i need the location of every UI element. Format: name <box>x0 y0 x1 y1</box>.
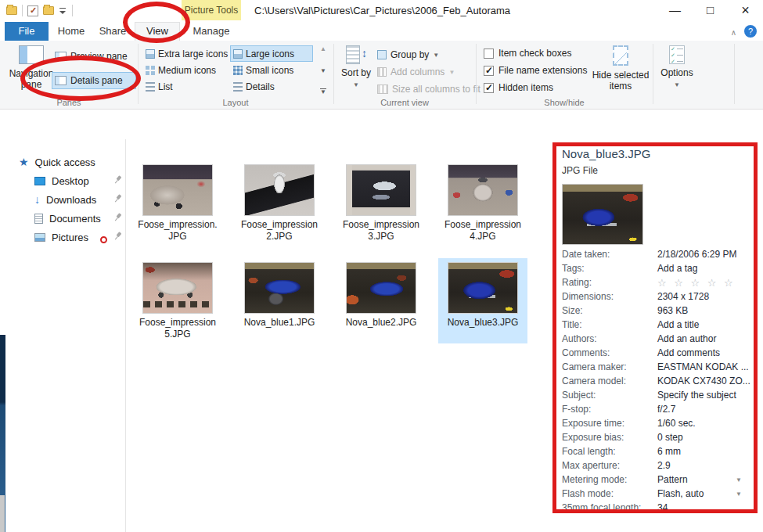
sidebar-item-label: Pictures <box>52 232 88 243</box>
details-file-title: Nova_blue3.JPG <box>562 147 650 160</box>
file-tile-box[interactable]: Foose_impression2.JPG <box>235 160 324 246</box>
file-tile-box[interactable]: Foose_impression3.JPG <box>337 160 426 246</box>
file-thumbnail <box>448 164 518 216</box>
scroll-up-icon[interactable]: ▲ <box>320 45 326 52</box>
metadata-value[interactable]: Pattern <box>657 474 688 485</box>
file-tile-selected[interactable]: Nova_blue3.JPG <box>438 258 527 343</box>
explorer-folder-icon[interactable] <box>6 6 17 15</box>
group-label-panes: Panes <box>0 98 138 107</box>
layout-scrollbar[interactable]: ▲ ▼ ▼ <box>318 45 329 95</box>
details-pane-icon <box>55 76 67 85</box>
metadata-value[interactable]: 1/60 sec. <box>657 418 696 429</box>
sidebar-item-quick-access[interactable]: ★ Quick access <box>19 153 95 171</box>
file-tile[interactable]: Foose_impression3.JPG <box>330 160 432 246</box>
file-tile[interactable]: Foose_impression.JPG <box>127 160 229 246</box>
file-tile-box[interactable]: Foose_impression.JPG <box>133 160 222 246</box>
new-folder-icon[interactable] <box>43 6 54 15</box>
file-thumbnail <box>142 262 213 314</box>
tab-view[interactable]: View <box>135 22 180 41</box>
file-tile-box[interactable]: Nova_blue2.JPG <box>337 258 426 343</box>
preview-pane-button[interactable]: Preview pane <box>55 49 135 64</box>
tab-file[interactable]: File <box>5 22 49 41</box>
help-icon[interactable]: ? <box>744 25 757 38</box>
file-tile-box[interactable]: Foose_impression5.JPG <box>133 258 222 343</box>
layout-item-medium-icons[interactable]: Medium icons <box>142 62 230 78</box>
metadata-value[interactable]: 34 <box>657 502 668 513</box>
layout-item-small-icons[interactable]: Small icons <box>230 62 313 78</box>
size-all-columns-button[interactable]: Size all columns to fit <box>377 81 480 97</box>
metadata-value[interactable]: f/2.7 <box>657 404 675 415</box>
checked-checkbox-icon[interactable] <box>484 83 494 93</box>
minimize-button[interactable]: — <box>657 0 693 22</box>
file-tile[interactable]: Foose_impression4.JPG <box>432 160 534 246</box>
layout-item-details[interactable]: Details <box>230 78 313 95</box>
metadata-value[interactable]: Add comments <box>657 347 720 358</box>
layout-item-label: Extra large icons <box>158 49 228 59</box>
metadata-value[interactable]: Flash, auto <box>657 488 704 499</box>
add-columns-button[interactable]: Add columns ▼ <box>377 64 455 80</box>
checkbox-file-name-extensions[interactable]: File name extensions <box>484 64 587 77</box>
properties-icon[interactable] <box>27 5 38 16</box>
file-tile[interactable]: Foose_impression2.JPG <box>229 160 330 246</box>
group-by-label: Group by <box>390 49 429 60</box>
scroll-down-icon[interactable]: ▼ <box>320 67 326 74</box>
metadata-row: Metering mode:Pattern▼ <box>562 473 743 487</box>
metadata-value[interactable]: Add a tag <box>657 263 697 274</box>
file-tile[interactable]: Foose_impression5.JPG <box>127 258 229 343</box>
metadata-value[interactable]: KODAK CX7430 ZO... <box>657 376 750 386</box>
file-tile-box[interactable]: Foose_impression4.JPG <box>438 160 527 246</box>
metadata-value[interactable]: Add an author <box>657 333 716 344</box>
details-file-type: JPG File <box>562 165 598 176</box>
file-tile[interactable]: Nova_blue3.JPG <box>432 258 534 343</box>
sort-by-icon <box>346 45 360 64</box>
metadata-value[interactable]: 0 step <box>657 432 683 443</box>
tab-share[interactable]: Share <box>92 22 133 41</box>
metadata-value[interactable]: 2304 x 1728 <box>657 291 709 302</box>
file-tile[interactable]: Nova_blue2.JPG <box>330 258 432 343</box>
metadata-label: Size: <box>562 305 657 316</box>
metadata-value[interactable]: 2/18/2006 6:29 PM <box>657 249 736 260</box>
file-tile-box[interactable]: Nova_blue1.JPG <box>235 258 324 343</box>
customize-toolbar-arrow-icon[interactable] <box>59 6 67 16</box>
unchecked-checkbox-icon[interactable] <box>484 49 494 59</box>
group-separator <box>333 44 334 104</box>
hide-selected-items-button[interactable]: Hide selected items <box>588 45 653 103</box>
sidebar-item-pictures[interactable]: Pictures <box>34 228 88 246</box>
sidebar-item-documents[interactable]: Documents <box>34 210 101 227</box>
group-separator <box>734 44 735 104</box>
options-button[interactable]: Options ▼ <box>657 45 696 103</box>
group-by-button[interactable]: Group by ▼ <box>377 47 439 63</box>
tab-manage[interactable]: Manage <box>185 22 238 41</box>
dropdown-arrow-icon[interactable]: ▼ <box>736 491 743 498</box>
navigation-pane-button[interactable]: Navigation pane <box>8 45 55 103</box>
metadata-value[interactable]: 963 KB <box>657 305 688 316</box>
metadata-row: Date taken:2/18/2006 6:29 PM <box>562 247 743 261</box>
rating-stars[interactable]: ☆ ☆ ☆ ☆ ☆ <box>657 277 736 289</box>
checkbox-hidden-items[interactable]: Hidden items <box>484 81 553 94</box>
sort-by-button[interactable]: Sort by ▼ <box>340 45 373 103</box>
file-tile[interactable]: Nova_blue1.JPG <box>229 258 330 343</box>
details-pane-button[interactable]: Details pane <box>52 72 136 89</box>
layout-more-icon[interactable]: ▼ <box>320 88 326 95</box>
checkbox-item-check-boxes[interactable]: Item check boxes <box>484 47 571 59</box>
layout-item-extra-large-icons[interactable]: Extra large icons <box>142 45 230 62</box>
collapse-ribbon-chevron-icon[interactable]: ∧ <box>731 28 736 37</box>
metadata-value[interactable]: Add a title <box>657 319 699 330</box>
group-label-show-hide: Show/hide <box>476 98 653 107</box>
checked-checkbox-icon[interactable] <box>484 66 494 76</box>
metadata-value[interactable]: 2.9 <box>657 460 671 471</box>
metadata-value[interactable]: EASTMAN KODAK ... <box>657 361 749 372</box>
sidebar-item-downloads[interactable]: ↓Downloads <box>34 191 96 208</box>
metadata-label: Camera model: <box>562 376 657 386</box>
metadata-value[interactable]: 6 mm <box>657 446 681 457</box>
sidebar-item-desktop[interactable]: Desktop <box>34 172 89 189</box>
layout-item-large-icons[interactable]: Large icons <box>230 45 313 62</box>
metadata-value[interactable]: Specify the subject <box>657 390 736 401</box>
layout-item-list[interactable]: List <box>142 78 230 95</box>
tab-home[interactable]: Home <box>52 22 91 41</box>
metadata-label: Exposure bias: <box>562 432 657 443</box>
picture-tools-contextual-tab[interactable]: Picture Tools <box>182 0 241 20</box>
close-button[interactable]: × <box>728 0 763 22</box>
dropdown-arrow-icon[interactable]: ▼ <box>736 476 743 483</box>
maximize-button[interactable]: □ <box>693 0 728 22</box>
